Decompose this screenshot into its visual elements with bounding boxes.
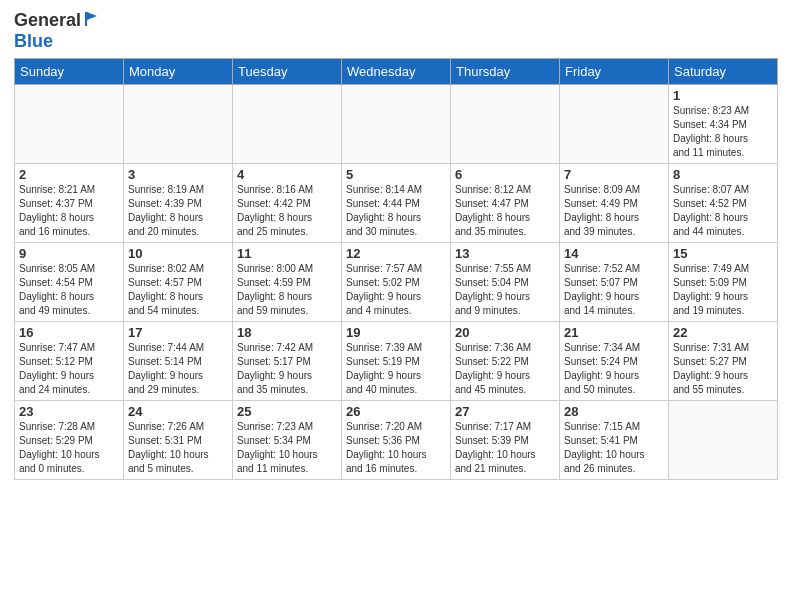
day-number: 13 — [455, 246, 555, 261]
calendar-cell: 3Sunrise: 8:19 AM Sunset: 4:39 PM Daylig… — [124, 164, 233, 243]
day-number: 16 — [19, 325, 119, 340]
calendar-cell: 15Sunrise: 7:49 AM Sunset: 5:09 PM Dayli… — [669, 243, 778, 322]
calendar-cell: 19Sunrise: 7:39 AM Sunset: 5:19 PM Dayli… — [342, 322, 451, 401]
day-number: 6 — [455, 167, 555, 182]
day-detail: Sunrise: 7:55 AM Sunset: 5:04 PM Dayligh… — [455, 262, 555, 318]
day-detail: Sunrise: 7:28 AM Sunset: 5:29 PM Dayligh… — [19, 420, 119, 476]
day-number: 15 — [673, 246, 773, 261]
calendar-cell: 26Sunrise: 7:20 AM Sunset: 5:36 PM Dayli… — [342, 401, 451, 480]
day-number: 17 — [128, 325, 228, 340]
calendar-cell — [669, 401, 778, 480]
weekday-header: Sunday — [15, 59, 124, 85]
day-detail: Sunrise: 8:21 AM Sunset: 4:37 PM Dayligh… — [19, 183, 119, 239]
calendar-cell: 17Sunrise: 7:44 AM Sunset: 5:14 PM Dayli… — [124, 322, 233, 401]
calendar-cell: 13Sunrise: 7:55 AM Sunset: 5:04 PM Dayli… — [451, 243, 560, 322]
day-number: 19 — [346, 325, 446, 340]
day-number: 23 — [19, 404, 119, 419]
day-number: 8 — [673, 167, 773, 182]
day-detail: Sunrise: 8:23 AM Sunset: 4:34 PM Dayligh… — [673, 104, 773, 160]
day-detail: Sunrise: 7:31 AM Sunset: 5:27 PM Dayligh… — [673, 341, 773, 397]
calendar-cell: 24Sunrise: 7:26 AM Sunset: 5:31 PM Dayli… — [124, 401, 233, 480]
calendar-week-row: 23Sunrise: 7:28 AM Sunset: 5:29 PM Dayli… — [15, 401, 778, 480]
calendar-cell: 10Sunrise: 8:02 AM Sunset: 4:57 PM Dayli… — [124, 243, 233, 322]
page-header: General Blue — [14, 10, 778, 52]
calendar-cell: 1Sunrise: 8:23 AM Sunset: 4:34 PM Daylig… — [669, 85, 778, 164]
calendar-cell: 14Sunrise: 7:52 AM Sunset: 5:07 PM Dayli… — [560, 243, 669, 322]
calendar-cell: 23Sunrise: 7:28 AM Sunset: 5:29 PM Dayli… — [15, 401, 124, 480]
day-detail: Sunrise: 7:26 AM Sunset: 5:31 PM Dayligh… — [128, 420, 228, 476]
day-detail: Sunrise: 8:02 AM Sunset: 4:57 PM Dayligh… — [128, 262, 228, 318]
calendar-header-row: SundayMondayTuesdayWednesdayThursdayFrid… — [15, 59, 778, 85]
calendar-cell: 7Sunrise: 8:09 AM Sunset: 4:49 PM Daylig… — [560, 164, 669, 243]
day-detail: Sunrise: 7:49 AM Sunset: 5:09 PM Dayligh… — [673, 262, 773, 318]
calendar-cell: 2Sunrise: 8:21 AM Sunset: 4:37 PM Daylig… — [15, 164, 124, 243]
day-detail: Sunrise: 7:23 AM Sunset: 5:34 PM Dayligh… — [237, 420, 337, 476]
calendar-cell: 11Sunrise: 8:00 AM Sunset: 4:59 PM Dayli… — [233, 243, 342, 322]
day-number: 1 — [673, 88, 773, 103]
day-number: 18 — [237, 325, 337, 340]
day-number: 12 — [346, 246, 446, 261]
calendar-cell: 4Sunrise: 8:16 AM Sunset: 4:42 PM Daylig… — [233, 164, 342, 243]
day-number: 22 — [673, 325, 773, 340]
day-detail: Sunrise: 7:15 AM Sunset: 5:41 PM Dayligh… — [564, 420, 664, 476]
calendar-cell: 25Sunrise: 7:23 AM Sunset: 5:34 PM Dayli… — [233, 401, 342, 480]
day-number: 21 — [564, 325, 664, 340]
day-number: 28 — [564, 404, 664, 419]
day-detail: Sunrise: 8:14 AM Sunset: 4:44 PM Dayligh… — [346, 183, 446, 239]
day-detail: Sunrise: 7:17 AM Sunset: 5:39 PM Dayligh… — [455, 420, 555, 476]
day-detail: Sunrise: 7:52 AM Sunset: 5:07 PM Dayligh… — [564, 262, 664, 318]
day-number: 3 — [128, 167, 228, 182]
day-detail: Sunrise: 7:42 AM Sunset: 5:17 PM Dayligh… — [237, 341, 337, 397]
day-detail: Sunrise: 7:44 AM Sunset: 5:14 PM Dayligh… — [128, 341, 228, 397]
page-container: General Blue SundayMondayTuesdayWednesda… — [0, 0, 792, 490]
weekday-header: Monday — [124, 59, 233, 85]
calendar-cell: 6Sunrise: 8:12 AM Sunset: 4:47 PM Daylig… — [451, 164, 560, 243]
day-number: 20 — [455, 325, 555, 340]
day-detail: Sunrise: 8:12 AM Sunset: 4:47 PM Dayligh… — [455, 183, 555, 239]
calendar-table: SundayMondayTuesdayWednesdayThursdayFrid… — [14, 58, 778, 480]
day-detail: Sunrise: 7:36 AM Sunset: 5:22 PM Dayligh… — [455, 341, 555, 397]
day-detail: Sunrise: 8:16 AM Sunset: 4:42 PM Dayligh… — [237, 183, 337, 239]
day-detail: Sunrise: 8:19 AM Sunset: 4:39 PM Dayligh… — [128, 183, 228, 239]
day-number: 26 — [346, 404, 446, 419]
calendar-cell: 18Sunrise: 7:42 AM Sunset: 5:17 PM Dayli… — [233, 322, 342, 401]
day-detail: Sunrise: 7:39 AM Sunset: 5:19 PM Dayligh… — [346, 341, 446, 397]
day-detail: Sunrise: 8:00 AM Sunset: 4:59 PM Dayligh… — [237, 262, 337, 318]
calendar-cell: 21Sunrise: 7:34 AM Sunset: 5:24 PM Dayli… — [560, 322, 669, 401]
calendar-cell: 27Sunrise: 7:17 AM Sunset: 5:39 PM Dayli… — [451, 401, 560, 480]
logo-flag-icon — [83, 10, 101, 28]
day-number: 5 — [346, 167, 446, 182]
calendar-cell: 8Sunrise: 8:07 AM Sunset: 4:52 PM Daylig… — [669, 164, 778, 243]
day-number: 24 — [128, 404, 228, 419]
calendar-cell: 28Sunrise: 7:15 AM Sunset: 5:41 PM Dayli… — [560, 401, 669, 480]
weekday-header: Wednesday — [342, 59, 451, 85]
calendar-week-row: 9Sunrise: 8:05 AM Sunset: 4:54 PM Daylig… — [15, 243, 778, 322]
calendar-cell — [124, 85, 233, 164]
day-number: 14 — [564, 246, 664, 261]
calendar-week-row: 1Sunrise: 8:23 AM Sunset: 4:34 PM Daylig… — [15, 85, 778, 164]
weekday-header: Tuesday — [233, 59, 342, 85]
calendar-cell — [233, 85, 342, 164]
day-number: 25 — [237, 404, 337, 419]
day-detail: Sunrise: 7:57 AM Sunset: 5:02 PM Dayligh… — [346, 262, 446, 318]
weekday-header: Friday — [560, 59, 669, 85]
day-number: 11 — [237, 246, 337, 261]
calendar-cell: 12Sunrise: 7:57 AM Sunset: 5:02 PM Dayli… — [342, 243, 451, 322]
day-detail: Sunrise: 8:09 AM Sunset: 4:49 PM Dayligh… — [564, 183, 664, 239]
calendar-cell — [560, 85, 669, 164]
day-detail: Sunrise: 8:05 AM Sunset: 4:54 PM Dayligh… — [19, 262, 119, 318]
day-number: 4 — [237, 167, 337, 182]
calendar-cell: 9Sunrise: 8:05 AM Sunset: 4:54 PM Daylig… — [15, 243, 124, 322]
weekday-header: Thursday — [451, 59, 560, 85]
day-number: 2 — [19, 167, 119, 182]
calendar-cell — [451, 85, 560, 164]
calendar-cell: 16Sunrise: 7:47 AM Sunset: 5:12 PM Dayli… — [15, 322, 124, 401]
calendar-cell: 22Sunrise: 7:31 AM Sunset: 5:27 PM Dayli… — [669, 322, 778, 401]
day-number: 7 — [564, 167, 664, 182]
calendar-cell: 20Sunrise: 7:36 AM Sunset: 5:22 PM Dayli… — [451, 322, 560, 401]
day-detail: Sunrise: 8:07 AM Sunset: 4:52 PM Dayligh… — [673, 183, 773, 239]
calendar-cell — [342, 85, 451, 164]
calendar-cell — [15, 85, 124, 164]
logo-general: General — [14, 10, 81, 31]
svg-marker-0 — [85, 12, 97, 26]
